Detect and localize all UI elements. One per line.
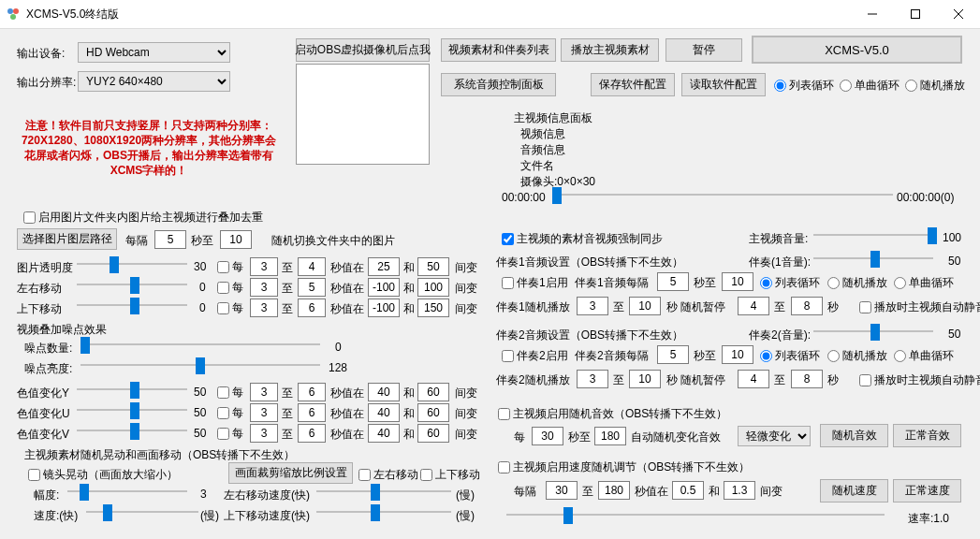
randeff-b[interactable] (594, 427, 626, 445)
lrm-slider[interactable] (77, 274, 187, 295)
randspd-button[interactable]: 随机速度 (820, 479, 888, 503)
bz1-p1[interactable] (738, 297, 769, 315)
spd-slider[interactable] (86, 502, 198, 522)
bz2-r2[interactable] (629, 370, 661, 388)
overlay-enable-check[interactable]: 启用图片文件夹内图片给主视频进行叠加去重 (23, 210, 263, 226)
randeff-button[interactable]: 随机音效 (820, 424, 888, 447)
lrm-d[interactable] (417, 278, 449, 297)
bz2-random[interactable]: 随机播放 (827, 348, 887, 364)
bz1-random[interactable]: 随机播放 (827, 275, 887, 291)
bz2-single[interactable]: 单曲循环 (894, 348, 954, 364)
xcms-button[interactable]: XCMS-V5.0 (752, 36, 962, 64)
list-loop-radio[interactable]: 列表循环 (774, 78, 834, 94)
noise-count-slider[interactable] (80, 334, 320, 355)
opacity-slider[interactable] (77, 254, 187, 274)
colu-a[interactable] (250, 403, 278, 422)
pause-button[interactable]: 暂停 (666, 38, 742, 62)
amp-slider[interactable] (67, 481, 187, 502)
coly-c[interactable] (368, 383, 400, 401)
randeff-enable[interactable]: 主视频启用随机音效（OBS转播下不生效） (498, 406, 727, 422)
bz2-mute[interactable]: 播放时主视频自动静音 (859, 372, 980, 388)
opacity-a[interactable] (250, 257, 278, 276)
randspd-a[interactable] (546, 481, 578, 500)
bz2-p2[interactable] (791, 370, 823, 388)
bz1-b[interactable] (722, 272, 753, 291)
randspd-enable[interactable]: 主视频启用速度随机调节（OBS转播下不生效） (498, 459, 750, 475)
randspd-d[interactable] (724, 481, 755, 500)
randspd-b[interactable] (598, 481, 630, 500)
close-button[interactable] (937, 0, 980, 28)
udm-slider[interactable] (77, 295, 187, 315)
colv-a[interactable] (250, 424, 278, 443)
colv-slider[interactable] (77, 420, 187, 441)
opacity-b[interactable] (298, 257, 326, 276)
bz1-vol-slider[interactable] (813, 248, 933, 269)
colu-slider[interactable] (77, 400, 187, 420)
bz2-enable[interactable]: 伴奏2启用 (502, 348, 568, 364)
opacity-d[interactable] (417, 257, 449, 276)
normeff-button[interactable]: 正常音效 (893, 424, 961, 447)
progress-slider[interactable] (552, 184, 893, 205)
colu-d[interactable] (417, 403, 449, 422)
rate-slider[interactable] (506, 504, 885, 525)
lrm-c[interactable] (368, 278, 400, 297)
start-obs-button[interactable]: 启动OBS虚拟摄像机后点我 (296, 38, 430, 62)
bz1-a[interactable] (657, 272, 689, 291)
coly-slider[interactable] (77, 379, 187, 400)
colu-b[interactable] (298, 403, 326, 422)
switch-interval-b[interactable] (220, 230, 252, 249)
mainvol-slider[interactable] (813, 225, 933, 245)
bz1-r1[interactable] (577, 297, 608, 315)
randspd-c[interactable] (672, 481, 704, 500)
lrspd-slider[interactable] (316, 481, 451, 502)
lrm-a[interactable] (250, 278, 278, 297)
randeff-a[interactable] (532, 427, 563, 445)
play-main-button[interactable]: 播放主视频素材 (561, 38, 659, 62)
switch-interval-a[interactable] (154, 230, 186, 249)
save-cfg-button[interactable]: 保存软件配置 (591, 73, 675, 96)
colu-c[interactable] (368, 403, 400, 422)
udspd-slider[interactable] (316, 502, 451, 522)
coly-a[interactable] (250, 383, 278, 401)
bz2-b[interactable] (722, 345, 753, 364)
udm-c[interactable] (368, 299, 400, 317)
udm-b[interactable] (298, 299, 326, 317)
bz2-a[interactable] (657, 345, 689, 364)
video-list-button[interactable]: 视频素材和伴奏列表 (441, 38, 556, 62)
coly-b[interactable] (298, 383, 326, 401)
coly-each-check[interactable]: 每 (217, 385, 243, 401)
output-device-select[interactable]: HD Webcam (78, 42, 230, 63)
udm-d[interactable] (417, 299, 449, 317)
colv-c[interactable] (368, 424, 400, 443)
output-res-select[interactable]: YUY2 640×480 (78, 71, 230, 92)
bz1-single[interactable]: 单曲循环 (894, 275, 954, 291)
colv-b[interactable] (298, 424, 326, 443)
pick-path-button[interactable]: 选择图片图层路径 (17, 228, 117, 250)
bz2-r1[interactable] (577, 370, 608, 388)
opacity-each-check[interactable]: 每 (217, 259, 243, 275)
noise-bright-slider[interactable] (80, 355, 320, 375)
bz2-listloop[interactable]: 列表循环 (760, 348, 820, 364)
effect-select[interactable]: 轻微变化 (738, 426, 811, 446)
colv-d[interactable] (417, 424, 449, 443)
read-cfg-button[interactable]: 读取软件配置 (681, 73, 766, 96)
colu-each-check[interactable]: 每 (217, 405, 243, 421)
single-loop-radio[interactable]: 单曲循环 (840, 78, 900, 94)
udm-each-check[interactable]: 每 (217, 300, 243, 316)
bz1-r2[interactable] (629, 297, 661, 315)
bz1-enable[interactable]: 伴奏1启用 (502, 275, 568, 291)
normspd-button[interactable]: 正常速度 (893, 479, 961, 503)
opacity-c[interactable] (368, 257, 400, 276)
lrm-b[interactable] (298, 278, 326, 297)
minimize-button[interactable] (851, 0, 894, 28)
udm-a[interactable] (250, 299, 278, 317)
random-play-radio[interactable]: 随机播放 (905, 78, 965, 94)
maximize-button[interactable] (894, 0, 937, 28)
colv-each-check[interactable]: 每 (217, 426, 243, 442)
audio-panel-button[interactable]: 系统音频控制面板 (441, 73, 556, 96)
bz2-p1[interactable] (738, 370, 769, 388)
bz1-listloop[interactable]: 列表循环 (760, 275, 820, 291)
bz2-vol-slider[interactable] (813, 321, 933, 342)
bz1-p2[interactable] (791, 297, 823, 315)
coly-d[interactable] (417, 383, 449, 401)
